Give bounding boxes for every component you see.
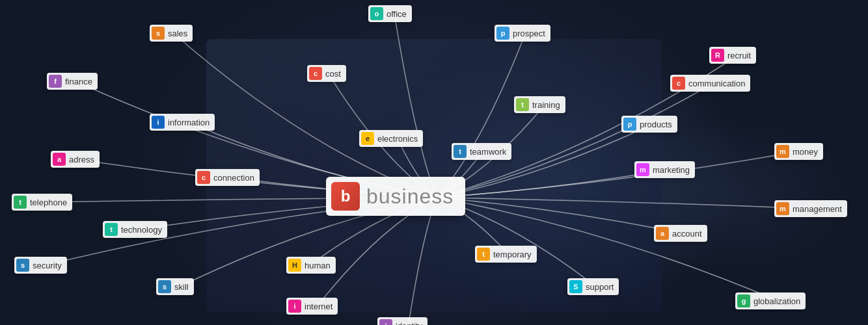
node-electronics: e electronics: [359, 130, 423, 147]
node-label-communication: communication: [688, 79, 745, 88]
node-skill: s skill: [156, 278, 194, 295]
node-telephone: t telephone: [12, 194, 72, 211]
node-icon-adress: a: [53, 153, 66, 166]
node-icon-teamwork: t: [454, 145, 467, 158]
laptop-silhouette: [206, 39, 662, 312]
node-identity: i identity: [377, 317, 427, 325]
node-icon-technology: t: [105, 223, 118, 236]
node-label-prospect: prospect: [513, 29, 545, 38]
node-icon-telephone: t: [14, 196, 27, 209]
node-support: S support: [567, 278, 619, 295]
node-prospect: p prospect: [495, 25, 550, 42]
node-icon-internet: i: [288, 300, 301, 313]
node-label-security: security: [33, 261, 62, 270]
node-label-identity: identity: [396, 321, 422, 326]
node-security: s security: [14, 257, 67, 274]
node-icon-office: o: [370, 7, 383, 20]
node-label-support: support: [586, 282, 614, 292]
node-icon-temporary: t: [477, 248, 490, 261]
node-icon-finance: f: [49, 75, 62, 88]
node-office: o office: [368, 5, 412, 22]
node-icon-support: S: [569, 280, 582, 293]
node-label-sales: sales: [168, 29, 187, 38]
node-label-connection: connection: [213, 173, 254, 183]
node-icon-products: p: [623, 118, 636, 131]
node-label-temporary: temporary: [493, 250, 532, 259]
node-communication: c communication: [670, 75, 750, 92]
node-training: t training: [514, 96, 565, 113]
node-technology: t technology: [103, 221, 167, 238]
node-label-skill: skill: [174, 282, 189, 292]
node-label-products: products: [640, 120, 672, 129]
node-label-recruit: recruit: [727, 51, 751, 60]
node-finance: f finance: [47, 73, 98, 90]
central-label: business: [366, 185, 454, 209]
node-central: b business: [326, 177, 465, 216]
node-icon-marketing: m: [636, 163, 649, 176]
node-recruit: R recruit: [709, 47, 756, 64]
node-icon-sales: s: [152, 27, 165, 40]
node-label-technology: technology: [121, 225, 162, 235]
node-cost: c cost: [307, 65, 346, 82]
node-icon-globalization: g: [737, 294, 750, 307]
node-marketing: m marketing: [634, 161, 695, 178]
node-label-office: office: [387, 9, 407, 19]
node-label-teamwork: teamwork: [470, 147, 506, 157]
node-icon-information: i: [152, 116, 165, 129]
node-products: p products: [621, 116, 677, 133]
node-icon-account: a: [656, 227, 669, 240]
node-temporary: t temporary: [475, 246, 537, 263]
node-label-marketing: marketing: [653, 165, 690, 175]
node-label-globalization: globalization: [753, 296, 800, 306]
node-icon-skill: s: [158, 280, 171, 293]
node-icon-cost: c: [309, 67, 322, 80]
node-information: i information: [150, 114, 215, 131]
node-label-management: management: [793, 204, 842, 214]
node-icon-money: m: [776, 145, 789, 158]
node-icon-identity: i: [379, 319, 392, 325]
node-money: m money: [774, 143, 823, 160]
node-label-account: account: [672, 229, 702, 239]
node-teamwork: t teamwork: [452, 143, 511, 160]
node-label-information: information: [168, 118, 210, 127]
node-icon-human: H: [288, 259, 301, 272]
node-account: a account: [654, 225, 707, 242]
central-icon: b: [331, 182, 360, 211]
node-globalization: g globalization: [735, 292, 806, 309]
node-icon-electronics: e: [361, 132, 374, 145]
node-icon-management: m: [776, 202, 789, 215]
node-label-telephone: telephone: [30, 198, 67, 207]
node-adress: a adress: [51, 151, 100, 168]
node-connection: c connection: [195, 169, 260, 186]
node-icon-training: t: [516, 98, 529, 111]
node-label-money: money: [793, 147, 818, 157]
node-icon-security: s: [16, 259, 29, 272]
node-label-internet: internet: [305, 302, 332, 311]
node-sales: s sales: [150, 25, 193, 42]
node-internet: i internet: [286, 298, 338, 315]
node-label-cost: cost: [325, 69, 341, 79]
node-management: m management: [774, 200, 847, 217]
node-icon-communication: c: [672, 77, 685, 90]
node-label-human: human: [305, 261, 331, 270]
node-icon-prospect: p: [496, 27, 509, 40]
node-icon-connection: c: [197, 171, 210, 184]
node-label-training: training: [532, 100, 560, 110]
node-label-finance: finance: [65, 77, 92, 86]
node-human: H human: [286, 257, 336, 274]
node-label-electronics: electronics: [377, 134, 418, 144]
node-icon-recruit: R: [711, 49, 724, 62]
node-label-adress: adress: [69, 155, 94, 164]
